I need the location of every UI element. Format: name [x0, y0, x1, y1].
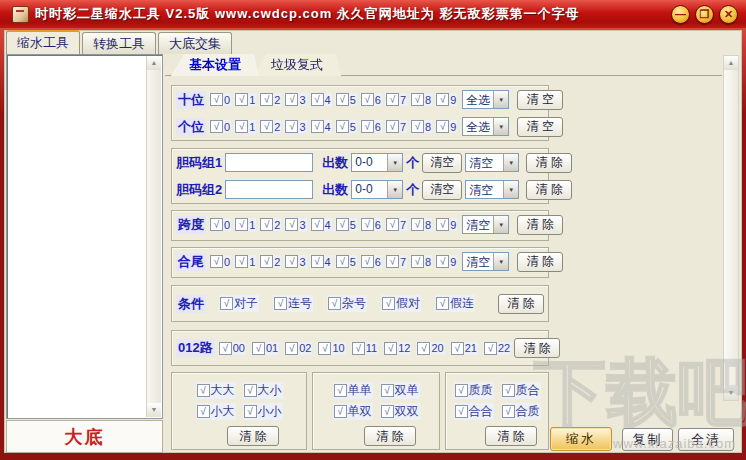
- prime-checkbox[interactable]: √ 质质: [454, 382, 494, 399]
- dan-group2-count-select[interactable]: 0-0 ▼: [351, 180, 403, 199]
- condition-checkbox[interactable]: √ 假对: [381, 295, 421, 312]
- digit-checkbox[interactable]: √ 2: [259, 255, 281, 268]
- sum-tail-remove-button[interactable]: 清 除: [517, 252, 563, 272]
- tab-basic-settings[interactable]: 基本设置: [171, 54, 259, 76]
- digit-checkbox[interactable]: √ 3: [284, 93, 306, 106]
- scroll-down-icon[interactable]: ▼: [724, 386, 738, 400]
- condition-remove-button[interactable]: 清 除: [498, 294, 544, 314]
- clear-all-button[interactable]: 全清: [678, 428, 734, 451]
- title-bar[interactable]: 时时彩二星缩水工具 V2.5版 www.cwdcp.com 永久官网地址为 彩无…: [0, 0, 746, 28]
- units-select[interactable]: 全选 ▼: [462, 117, 509, 136]
- result-listbox[interactable]: ▲ ▼: [6, 54, 163, 419]
- tens-clear-button[interactable]: 清 空: [517, 90, 563, 110]
- parity-checkbox[interactable]: √ 单单: [333, 382, 373, 399]
- prime-remove-button[interactable]: 清 除: [485, 426, 537, 446]
- dropdown-arrow-icon[interactable]: ▼: [503, 154, 518, 171]
- digit-checkbox[interactable]: √ 6: [360, 255, 382, 268]
- digit-checkbox[interactable]: √ 6: [360, 93, 382, 106]
- digit-checkbox[interactable]: √ 7: [385, 255, 407, 268]
- dropdown-arrow-icon[interactable]: ▼: [387, 154, 402, 171]
- digit-checkbox[interactable]: √ 1: [234, 255, 256, 268]
- digit-checkbox[interactable]: √ 8: [410, 120, 432, 133]
- digit-checkbox[interactable]: √ 2: [259, 218, 281, 231]
- dan-group1-count-select[interactable]: 0-0 ▼: [351, 153, 403, 172]
- digit-checkbox[interactable]: √ 2: [259, 120, 281, 133]
- dropdown-arrow-icon[interactable]: ▼: [503, 181, 518, 198]
- parity-remove-button[interactable]: 清 除: [364, 426, 416, 446]
- size-checkbox[interactable]: √ 小小: [243, 403, 283, 420]
- digit-checkbox[interactable]: √ 3: [284, 120, 306, 133]
- condition-checkbox[interactable]: √ 杂号: [327, 295, 367, 312]
- digit-checkbox[interactable]: √ 5: [335, 120, 357, 133]
- dropdown-arrow-icon[interactable]: ▼: [493, 216, 508, 233]
- sum-tail-select[interactable]: 清空 ▼: [462, 252, 509, 271]
- digit-checkbox[interactable]: √ 5: [335, 255, 357, 268]
- route-checkbox[interactable]: √ 02: [284, 342, 312, 355]
- digit-checkbox[interactable]: √ 0: [209, 93, 231, 106]
- settings-scrollbar[interactable]: ▲ ▼: [723, 55, 739, 401]
- minimize-icon[interactable]: —: [671, 5, 690, 24]
- digit-checkbox[interactable]: √ 8: [410, 93, 432, 106]
- digit-checkbox[interactable]: √ 3: [284, 218, 306, 231]
- digit-checkbox[interactable]: √ 5: [335, 218, 357, 231]
- digit-checkbox[interactable]: √ 7: [385, 120, 407, 133]
- digit-checkbox[interactable]: √ 4: [310, 93, 332, 106]
- dan-group1-input[interactable]: [225, 153, 313, 172]
- span-select[interactable]: 清空 ▼: [462, 215, 509, 234]
- digit-checkbox[interactable]: √ 1: [234, 218, 256, 231]
- condition-checkbox[interactable]: √ 对子: [219, 295, 259, 312]
- dropdown-arrow-icon[interactable]: ▼: [493, 253, 508, 270]
- route-checkbox[interactable]: √ 00: [218, 342, 246, 355]
- digit-checkbox[interactable]: √ 9: [435, 93, 457, 106]
- tens-select[interactable]: 全选 ▼: [462, 90, 509, 109]
- dan-group2-clear-button[interactable]: 清空: [422, 180, 462, 200]
- dan-group1-clear-button[interactable]: 清空: [422, 153, 462, 173]
- size-checkbox[interactable]: √ 大小: [243, 382, 283, 399]
- prime-checkbox[interactable]: √ 合质: [501, 403, 541, 420]
- digit-checkbox[interactable]: √ 6: [360, 218, 382, 231]
- parity-checkbox[interactable]: √ 单双: [333, 403, 373, 420]
- digit-checkbox[interactable]: √ 8: [410, 218, 432, 231]
- route-checkbox[interactable]: √ 10: [317, 342, 345, 355]
- tab-shrink-tool[interactable]: 缩水工具: [6, 30, 80, 54]
- digit-checkbox[interactable]: √ 7: [385, 93, 407, 106]
- size-checkbox[interactable]: √ 小大: [196, 403, 236, 420]
- route-checkbox[interactable]: √ 12: [383, 342, 411, 355]
- scroll-down-icon[interactable]: ▼: [147, 403, 161, 417]
- digit-checkbox[interactable]: √ 0: [209, 218, 231, 231]
- dan-group2-clear-select[interactable]: 清空 ▼: [465, 180, 519, 199]
- digit-checkbox[interactable]: √ 1: [234, 93, 256, 106]
- dan-group2-input[interactable]: [225, 180, 313, 199]
- route-checkbox[interactable]: √ 01: [251, 342, 279, 355]
- route-checkbox[interactable]: √ 20: [416, 342, 444, 355]
- condition-checkbox[interactable]: √ 连号: [273, 295, 313, 312]
- digit-checkbox[interactable]: √ 0: [209, 255, 231, 268]
- prime-checkbox[interactable]: √ 合合: [454, 403, 494, 420]
- digit-checkbox[interactable]: √ 9: [435, 255, 457, 268]
- digit-checkbox[interactable]: √ 6: [360, 120, 382, 133]
- dan-group1-remove-button[interactable]: 清 除: [526, 153, 572, 173]
- span-remove-button[interactable]: 清 除: [517, 215, 563, 235]
- route-checkbox[interactable]: √ 22: [483, 342, 511, 355]
- digit-checkbox[interactable]: √ 8: [410, 255, 432, 268]
- prime-checkbox[interactable]: √ 质合: [501, 382, 541, 399]
- scroll-up-icon[interactable]: ▲: [147, 56, 161, 70]
- tab-junk-composite[interactable]: 垃圾复式: [253, 54, 341, 76]
- digit-checkbox[interactable]: √ 7: [385, 218, 407, 231]
- listbox-scrollbar[interactable]: ▲ ▼: [146, 56, 161, 417]
- digit-checkbox[interactable]: √ 2: [259, 93, 281, 106]
- dropdown-arrow-icon[interactable]: ▼: [493, 91, 508, 108]
- digit-checkbox[interactable]: √ 4: [310, 120, 332, 133]
- tab-dadi-intersect[interactable]: 大底交集: [158, 32, 232, 54]
- shrink-button[interactable]: 缩水: [550, 427, 612, 451]
- parity-checkbox[interactable]: √ 双单: [380, 382, 420, 399]
- digit-checkbox[interactable]: √ 5: [335, 93, 357, 106]
- route-checkbox[interactable]: √ 21: [450, 342, 478, 355]
- route-checkbox[interactable]: √ 11: [351, 342, 378, 355]
- close-icon[interactable]: ✕: [719, 5, 738, 24]
- digit-checkbox[interactable]: √ 3: [284, 255, 306, 268]
- digit-checkbox[interactable]: √ 0: [209, 120, 231, 133]
- digit-checkbox[interactable]: √ 9: [435, 218, 457, 231]
- scroll-up-icon[interactable]: ▲: [724, 56, 738, 70]
- digit-checkbox[interactable]: √ 4: [310, 218, 332, 231]
